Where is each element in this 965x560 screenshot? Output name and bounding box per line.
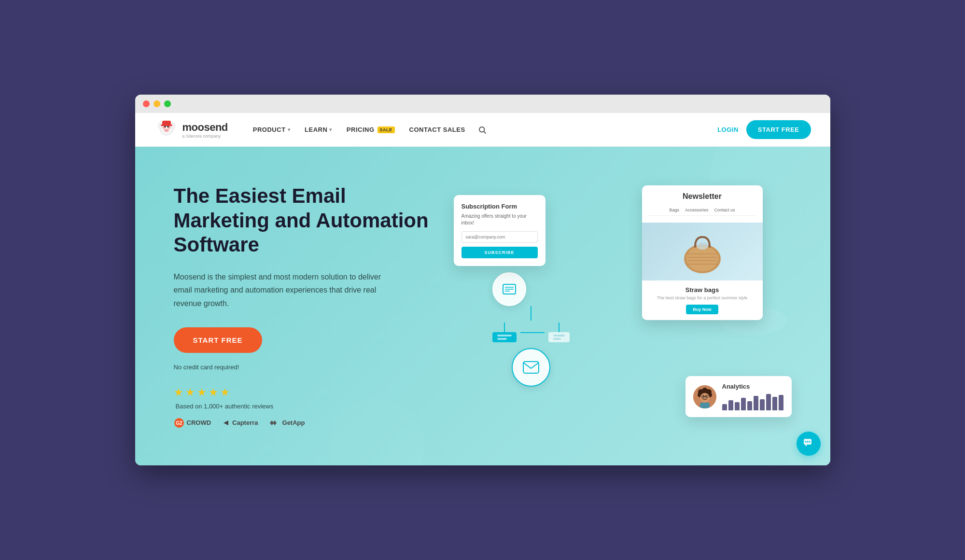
svg-marker-15	[224, 420, 228, 425]
svg-point-45	[805, 441, 806, 443]
flow-connector	[504, 322, 505, 332]
browser-chrome	[135, 95, 830, 113]
svg-marker-17	[273, 420, 277, 425]
hero-description: Moosend is the simplest and most modern …	[174, 270, 396, 310]
analytics-bar-5	[754, 396, 758, 410]
automation-flow	[492, 272, 570, 387]
nav-item-product[interactable]: PRODUCT ▾	[247, 122, 296, 137]
logo-text: moosend a Sitecore company	[182, 121, 228, 139]
hero-title: The Easiest Email Marketing and Automati…	[174, 184, 444, 257]
flow-branch-right	[548, 322, 570, 342]
chevron-down-icon: ▾	[329, 127, 332, 132]
hero-visuals: Subscription Form Amazing offers straigh…	[444, 185, 792, 427]
minimize-button[interactable]	[154, 100, 160, 107]
star-4: ★	[209, 386, 218, 399]
nav-item-contact[interactable]: CONTACT SALES	[404, 122, 471, 137]
chevron-down-icon: ▾	[288, 127, 291, 132]
newsletter-header: Newsletter Bags Accessories Contact us	[642, 185, 763, 223]
analytics-title: Analytics	[722, 383, 784, 390]
star-3: ★	[197, 386, 207, 399]
svg-text:G2: G2	[176, 420, 182, 426]
logo-icon	[154, 118, 179, 142]
flow-node-left	[492, 332, 517, 342]
subscribe-button[interactable]: SUBSCRIBE	[462, 247, 538, 258]
analytics-chart	[722, 393, 784, 410]
svg-point-46	[807, 441, 808, 443]
nav-right: LOGIN START FREE	[717, 120, 811, 139]
capterra-logo: Capterra	[223, 419, 258, 426]
newsletter-card: Newsletter Bags Accessories Contact us	[642, 185, 763, 320]
email-icon	[522, 361, 540, 374]
analytics-card: Analytics	[685, 376, 792, 417]
star-1: ★	[174, 386, 183, 399]
search-icon[interactable]	[478, 126, 487, 134]
analytics-bar-9	[779, 395, 783, 410]
review-text: Based on 1,000+ authentic reviews	[176, 403, 444, 410]
logo-name: moosend	[182, 121, 228, 134]
analytics-bar-3	[741, 398, 746, 410]
maximize-button[interactable]	[164, 100, 171, 107]
form-icon	[502, 283, 517, 295]
svg-line-12	[484, 131, 486, 133]
newsletter-nav-bags[interactable]: Bags	[669, 208, 679, 212]
nav-item-pricing[interactable]: PRICING SALE	[341, 122, 401, 137]
svg-rect-22	[523, 362, 539, 373]
svg-point-11	[479, 127, 485, 132]
star-2: ★	[185, 386, 195, 399]
newsletter-footer: Straw bags The best straw bags for a per…	[642, 280, 763, 320]
straw-bag-illustration	[673, 227, 731, 276]
svg-point-38	[702, 395, 704, 397]
login-link[interactable]: LOGIN	[717, 126, 739, 133]
buy-now-button[interactable]: Buy Now	[686, 305, 718, 314]
review-logos: G2 CROWD Capterra	[174, 418, 444, 428]
newsletter-product-name: Straw bags	[648, 286, 757, 294]
svg-point-4	[164, 129, 169, 132]
reviews-section: ★ ★ ★ ★ ★ Based on 1,000+ authentic revi…	[174, 386, 444, 428]
flow-line	[531, 306, 531, 321]
nav-links: PRODUCT ▾ LEARN ▾ PRICING SALE CONTACT S…	[247, 122, 717, 137]
navbar: moosend a Sitecore company PRODUCT ▾ LEA…	[135, 113, 830, 147]
capterra-icon	[223, 420, 229, 426]
newsletter-nav-accessories[interactable]: Accessories	[685, 208, 709, 212]
newsletter-nav-contact[interactable]: Contact us	[714, 208, 735, 212]
analytics-bar-4	[747, 401, 752, 410]
sub-form-email-input[interactable]	[462, 231, 538, 243]
logo-area[interactable]: moosend a Sitecore company	[154, 118, 228, 142]
g2-crowd-logo: G2 CROWD	[174, 418, 211, 428]
close-button[interactable]	[143, 100, 150, 107]
newsletter-product-image	[642, 223, 763, 280]
svg-point-47	[809, 441, 810, 443]
flow-node-right	[548, 332, 570, 342]
flow-branches	[492, 322, 570, 342]
flow-email-node	[512, 348, 550, 387]
logo-tagline: a Sitecore company	[182, 134, 228, 139]
hero-cta-button[interactable]: START FREE	[174, 327, 262, 353]
start-free-nav-button[interactable]: START FREE	[746, 120, 811, 139]
svg-point-24	[686, 246, 718, 271]
chat-button[interactable]	[797, 432, 821, 456]
newsletter-nav: Bags Accessories Contact us	[649, 205, 756, 216]
sub-form-description: Amazing offers straight to your inbox!	[462, 213, 538, 226]
svg-rect-10	[161, 125, 172, 126]
no-credit-text: No credit card required!	[174, 364, 444, 371]
svg-point-37	[700, 393, 710, 403]
analytics-bar-1	[728, 400, 733, 410]
analytics-bar-8	[772, 397, 777, 410]
analytics-avatar	[693, 385, 716, 408]
svg-rect-43	[700, 403, 710, 408]
svg-marker-48	[805, 445, 807, 447]
flow-horizontal-line	[520, 332, 545, 333]
sub-form-title: Subscription Form	[462, 203, 538, 210]
person-avatar-icon	[693, 385, 716, 408]
getapp-logo: GetApp	[270, 419, 305, 426]
star-5: ★	[220, 386, 230, 399]
subscription-form-card: Subscription Form Amazing offers straigh…	[454, 195, 545, 266]
g2-icon: G2	[174, 418, 184, 428]
hero-section: The Easiest Email Marketing and Automati…	[135, 147, 830, 465]
newsletter-product-desc: The best straw bags for a perfect summer…	[648, 295, 757, 300]
analytics-bar-2	[735, 402, 740, 410]
browser-window: moosend a Sitecore company PRODUCT ▾ LEA…	[135, 95, 830, 465]
nav-item-learn[interactable]: LEARN ▾	[299, 122, 338, 137]
analytics-bar-6	[760, 399, 765, 410]
flow-form-node	[492, 272, 526, 306]
